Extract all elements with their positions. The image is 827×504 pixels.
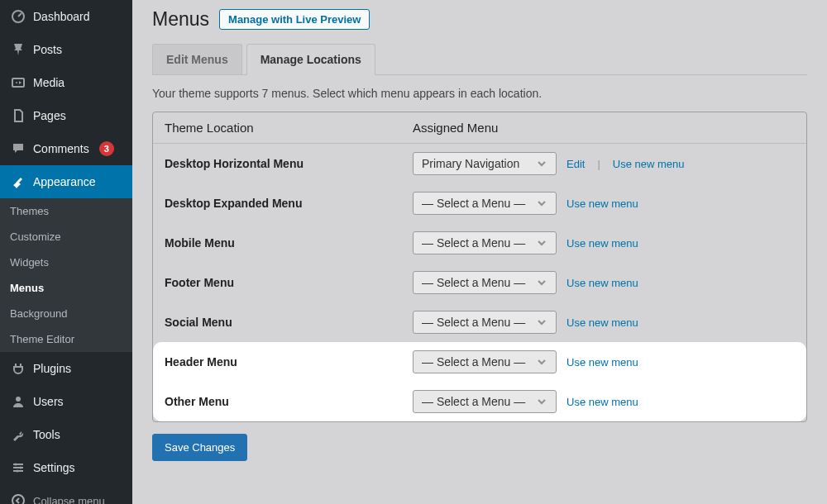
page-title: Menus [152, 8, 209, 31]
sidebar-item-label: Settings [33, 461, 75, 474]
collapse-icon [10, 492, 26, 504]
tab-manage-locations[interactable]: Manage Locations [246, 44, 375, 75]
theme-location-label: Desktop Horizontal Menu [165, 157, 413, 170]
live-preview-button[interactable]: Manage with Live Preview [219, 9, 370, 30]
sidebar-item-label: Tools [33, 428, 60, 441]
table-row: Other Menu— Select a Menu —Use new menu [153, 382, 806, 421]
table-row: Footer Menu— Select a Menu —Use new menu [153, 263, 806, 302]
save-changes-button[interactable]: Save Changes [152, 434, 247, 461]
assigned-menu-select[interactable]: — Select a Menu — [413, 271, 557, 294]
sidebar-item-label: Pages [33, 109, 66, 122]
svg-rect-2 [12, 78, 24, 87]
assigned-menu-select[interactable]: Primary Navigation [413, 152, 557, 175]
sidebar-item-posts[interactable]: Posts [0, 33, 132, 66]
page-icon [10, 107, 26, 124]
svg-point-5 [15, 464, 17, 466]
tab-edit-menus[interactable]: Edit Menus [152, 44, 242, 74]
theme-location-label: Footer Menu [165, 276, 413, 289]
theme-location-label: Social Menu [165, 316, 413, 329]
locations-table: Theme Location Assigned Menu Desktop Hor… [152, 112, 807, 422]
sidebar-item-plugins[interactable]: Plugins [0, 352, 132, 385]
comment-icon [10, 140, 26, 157]
chevron-down-icon [536, 197, 547, 209]
col-theme-location: Theme Location [165, 121, 413, 135]
svg-point-6 [20, 467, 22, 469]
wrench-icon [10, 426, 26, 443]
sidebar-subitem-theme-editor[interactable]: Theme Editor [0, 326, 132, 352]
assigned-menu-select[interactable]: — Select a Menu — [413, 390, 557, 413]
theme-location-label: Mobile Menu [165, 236, 413, 250]
chevron-down-icon [536, 277, 547, 288]
theme-location-label: Other Menu [165, 395, 413, 408]
use-new-menu-link[interactable]: Use new menu [566, 316, 638, 329]
sidebar-item-settings[interactable]: Settings [0, 451, 132, 484]
media-icon [10, 74, 26, 91]
plug-icon [10, 360, 26, 377]
table-row: Mobile Menu— Select a Menu —Use new menu [153, 223, 806, 263]
sidebar-item-media[interactable]: Media [0, 66, 132, 99]
svg-point-7 [17, 470, 19, 473]
highlighted-rows: Header Menu— Select a Menu —Use new menu… [153, 342, 806, 421]
sidebar-item-pages[interactable]: Pages [0, 99, 132, 132]
assigned-menu-select[interactable]: — Select a Menu — [413, 350, 557, 373]
table-row: Header Menu— Select a Menu —Use new menu [153, 342, 806, 382]
sidebar-item-comments[interactable]: Comments3 [0, 132, 132, 165]
assigned-menu-select[interactable]: — Select a Menu — [413, 192, 557, 215]
assigned-menu-select[interactable]: — Select a Menu — [413, 311, 557, 334]
table-row: Desktop Expanded Menu— Select a Menu —Us… [153, 183, 806, 223]
sidebar-item-users[interactable]: Users [0, 385, 132, 418]
chevron-down-icon [536, 396, 547, 407]
sidebar-item-label: Comments [33, 142, 89, 155]
sidebar-item-tools[interactable]: Tools [0, 418, 132, 451]
tabs: Edit MenusManage Locations [152, 44, 807, 75]
sidebar-item-label: Plugins [33, 362, 71, 375]
sidebar-subitem-themes[interactable]: Themes [0, 198, 132, 224]
use-new-menu-link[interactable]: Use new menu [613, 158, 685, 170]
sidebar-subitem-menus[interactable]: Menus [0, 275, 132, 301]
svg-line-1 [18, 13, 22, 17]
collapse-menu-button[interactable]: Collapse menu [0, 484, 132, 504]
use-new-menu-link[interactable]: Use new menu [566, 396, 638, 408]
svg-point-4 [16, 397, 21, 402]
sidebar-item-label: Media [33, 76, 65, 89]
sidebar-item-label: Appearance [33, 175, 96, 188]
theme-location-label: Desktop Expanded Menu [165, 197, 413, 210]
table-row: Desktop Horizontal MenuPrimary Navigatio… [153, 144, 806, 183]
use-new-menu-link[interactable]: Use new menu [566, 356, 638, 368]
sidebar-item-appearance[interactable]: Appearance [0, 165, 132, 198]
main-content: Menus Manage with Live Preview Edit Menu… [132, 0, 827, 504]
use-new-menu-link[interactable]: Use new menu [566, 197, 638, 210]
admin-sidebar: DashboardPostsMediaPagesComments3Appeara… [0, 0, 132, 504]
chevron-down-icon [536, 237, 547, 249]
sidebar-subitem-widgets[interactable]: Widgets [0, 250, 132, 275]
sidebar-item-label: Dashboard [33, 10, 90, 23]
use-new-menu-link[interactable]: Use new menu [566, 237, 638, 250]
sidebar-subitem-background[interactable]: Background [0, 301, 132, 326]
chevron-down-icon [536, 158, 547, 169]
chevron-down-icon [536, 316, 547, 328]
intro-text: Your theme supports 7 menus. Select whic… [152, 87, 807, 100]
sidebar-item-dashboard[interactable]: Dashboard [0, 0, 132, 33]
sidebar-item-label: Users [33, 395, 64, 408]
use-new-menu-link[interactable]: Use new menu [566, 277, 638, 289]
sidebar-item-label: Posts [33, 43, 62, 56]
edit-menu-link[interactable]: Edit [566, 158, 585, 170]
svg-point-3 [16, 82, 17, 83]
brush-icon [10, 174, 26, 190]
sidebar-subitem-customize[interactable]: Customize [0, 224, 132, 250]
theme-location-label: Header Menu [165, 355, 413, 368]
col-assigned-menu: Assigned Menu [413, 121, 795, 135]
table-row: Social Menu— Select a Menu —Use new menu [153, 302, 806, 342]
dashboard-icon [10, 8, 26, 25]
comments-badge: 3 [99, 141, 114, 156]
chevron-down-icon [536, 356, 547, 368]
sliders-icon [10, 459, 26, 476]
user-icon [10, 393, 26, 410]
pin-icon [10, 41, 26, 58]
assigned-menu-select[interactable]: — Select a Menu — [413, 231, 557, 254]
